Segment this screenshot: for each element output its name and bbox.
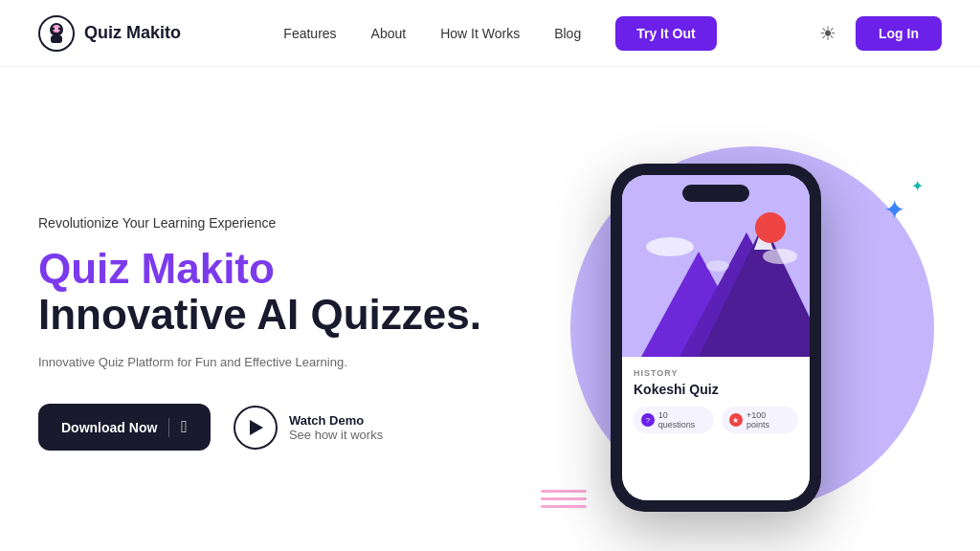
logo-text: Quiz Makito [84, 23, 181, 43]
download-now-button[interactable]: Download Now  [38, 404, 211, 451]
nav-about[interactable]: About [371, 26, 407, 41]
svg-point-11 [646, 237, 694, 256]
nav-links: Features About How It Works Blog Try It … [283, 16, 716, 51]
svg-point-10 [755, 212, 786, 243]
svg-point-4 [58, 27, 60, 29]
apple-icon:  [181, 417, 188, 437]
questions-count: 10 questions [658, 410, 706, 430]
nav-how-it-works[interactable]: How It Works [440, 26, 520, 41]
history-label: HISTORY [634, 368, 798, 378]
phone-notch [682, 185, 749, 202]
phone-content: HISTORY Kokeshi Quiz ? 10 questions ★ +1… [622, 357, 810, 500]
hero-title: Quiz Makito Innovative AI Quizzes. [38, 246, 490, 339]
phone-mockup: ← [611, 164, 821, 512]
hero-actions: Download Now  Watch Demo See how it wor… [38, 404, 490, 451]
download-label: Download Now [61, 420, 157, 435]
logo-icon [38, 15, 75, 52]
svg-rect-2 [51, 35, 62, 43]
wave-1 [541, 490, 587, 493]
wave-2 [541, 497, 587, 500]
scene-svg [622, 175, 810, 357]
theme-toggle-button[interactable]: ☀ [819, 22, 836, 45]
sparkle-blue-icon: ✦ [883, 194, 905, 226]
svg-point-3 [53, 27, 55, 29]
watch-text: Watch Demo See how it works [289, 413, 383, 442]
hero-subtitle: Revolutionize Your Learning Experience [38, 215, 490, 231]
hero-illustration: ✦ ✦ ← [490, 105, 942, 551]
phone-screen: ← [622, 175, 810, 500]
watch-demo[interactable]: Watch Demo See how it works [234, 406, 383, 450]
wave-3 [541, 505, 587, 508]
phone-illustration: ← [622, 175, 810, 357]
play-icon [250, 420, 263, 435]
nav-features[interactable]: Features [283, 26, 336, 41]
logo[interactable]: Quiz Makito [38, 15, 181, 52]
watch-sub: See how it works [289, 428, 383, 442]
svg-point-12 [763, 249, 797, 264]
quiz-name: Kokeshi Quiz [634, 382, 798, 397]
divider [168, 418, 169, 437]
waves-decoration [535, 490, 592, 513]
navbar: Quiz Makito Features About How It Works … [0, 0, 980, 67]
quiz-stats: ? 10 questions ★ +100 points [634, 407, 798, 433]
sparkle-teal-icon: ✦ [911, 177, 924, 195]
question-icon: ? [641, 413, 655, 427]
watch-main: Watch Demo [289, 413, 383, 428]
points-value: +100 points [746, 410, 791, 430]
play-button[interactable] [234, 406, 278, 450]
nav-blog[interactable]: Blog [554, 26, 581, 41]
svg-point-13 [706, 260, 729, 272]
nav-right: ☀ Log In [819, 16, 942, 51]
hero-title-dark: Innovative AI Quizzes. [38, 291, 481, 338]
login-button[interactable]: Log In [856, 16, 942, 51]
hero-section: Revolutionize Your Learning Experience Q… [0, 67, 980, 551]
questions-badge: ? 10 questions [634, 407, 714, 433]
hero-title-purple: Quiz Makito [38, 245, 275, 292]
hero-description: Innovative Quiz Platform for Fun and Eff… [38, 353, 490, 373]
hero-content: Revolutionize Your Learning Experience Q… [38, 206, 490, 452]
points-icon: ★ [729, 413, 743, 427]
points-badge: ★ +100 points [722, 407, 798, 433]
try-it-out-button[interactable]: Try It Out [615, 16, 716, 51]
